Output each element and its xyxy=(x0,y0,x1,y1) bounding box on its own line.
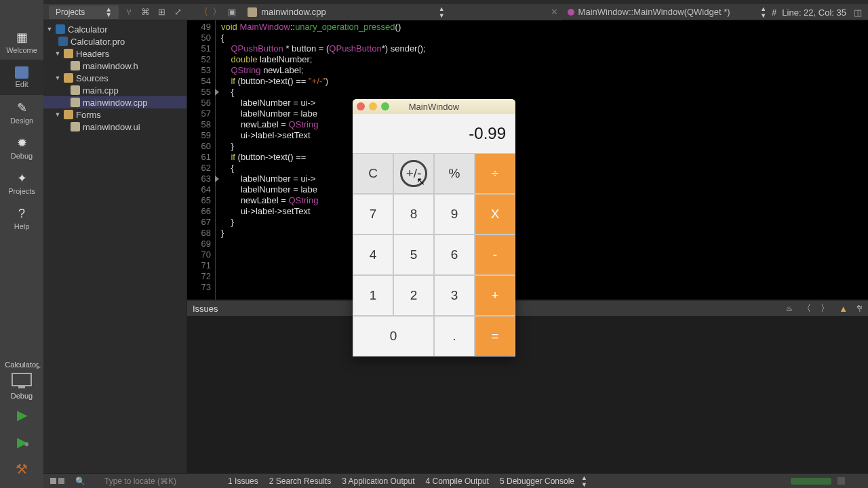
calc-key-[interactable]: % xyxy=(434,153,475,194)
nav-forward-icon[interactable]: 〉 xyxy=(212,6,222,18)
nav-back-icon[interactable]: 〈 xyxy=(199,6,208,18)
mode-welcome[interactable]: ▦Welcome xyxy=(0,24,43,60)
issues-pane-body xyxy=(187,316,868,474)
tree-sources-folder[interactable]: ▼Sources xyxy=(43,72,186,84)
build-progress xyxy=(791,478,831,485)
calc-key-[interactable]: + xyxy=(475,275,515,316)
open-file-name: mainwindow.cpp xyxy=(261,7,326,17)
calc-key-0[interactable]: 0 xyxy=(353,316,434,357)
output-tab[interactable]: 2 Search Results xyxy=(269,476,331,486)
calc-key-5[interactable]: 5 xyxy=(393,235,434,275)
dropdown-arrows-icon: ▲▼ xyxy=(439,5,445,19)
mode-projects[interactable]: ✦Projects xyxy=(0,165,43,201)
calc-key-9[interactable]: 9 xyxy=(434,194,475,235)
output-tab[interactable]: 1 Issues xyxy=(228,476,258,486)
tree-file[interactable]: mainwindow.h xyxy=(43,60,186,72)
output-tab[interactable]: 5 Debugger Console xyxy=(500,476,574,486)
search-locate-icon[interactable]: 🔍 xyxy=(75,476,85,486)
kit-selector[interactable]: Calculator ▶ Debug xyxy=(0,361,43,400)
calculator-title: MainWindow xyxy=(353,102,515,112)
bookmark-icon[interactable]: ▣ xyxy=(226,6,238,18)
filter-columns-icon[interactable]: ♨ xyxy=(786,304,793,313)
tree-headers-folder[interactable]: ▼Headers xyxy=(43,47,186,60)
calc-key-[interactable]: = xyxy=(475,316,515,357)
line-col-jump-icon[interactable]: # xyxy=(772,7,776,18)
cpp-file-icon xyxy=(248,7,257,17)
method-icon xyxy=(568,9,574,16)
code-content[interactable]: void MainWindow::unary_operation_pressed… xyxy=(221,22,868,239)
run-debug-icon[interactable]: ▶✹ xyxy=(17,434,27,450)
calc-key-1[interactable]: 1 xyxy=(353,275,393,316)
output-toggle-icon[interactable] xyxy=(50,478,64,484)
next-issue-icon[interactable]: 〉 xyxy=(821,302,829,314)
output-tab[interactable]: 4 Compile Output xyxy=(426,476,489,486)
projects-icon: ✦ xyxy=(17,171,27,186)
tree-forms-folder[interactable]: ▼Forms xyxy=(43,108,186,121)
debug-icon: ✹ xyxy=(17,136,27,150)
press-ring-icon xyxy=(400,160,427,187)
prev-issue-icon[interactable]: 〈 xyxy=(802,302,811,314)
calc-key-[interactable]: - xyxy=(475,235,515,275)
tree-file[interactable]: main.cpp xyxy=(43,84,186,96)
tree-root[interactable]: ▼Calculator xyxy=(43,23,186,35)
mode-debug[interactable]: ✹Debug xyxy=(0,130,43,165)
calculator-titlebar[interactable]: MainWindow xyxy=(353,99,515,114)
desktop-target-icon xyxy=(12,373,32,386)
mode-help[interactable]: ?Help xyxy=(0,201,43,236)
disclosure-open-icon: ▼ xyxy=(54,50,61,57)
mode-design[interactable]: ✎Design xyxy=(0,95,43,130)
link-icon[interactable]: ⌘ xyxy=(139,6,151,18)
project-tree: ▼Calculator Calculator.pro ▼Headers main… xyxy=(43,20,187,474)
calc-key-[interactable]: ÷ xyxy=(475,153,515,194)
locator-input[interactable]: Type to locate (⌘K) xyxy=(104,476,176,486)
issues-title: Issues xyxy=(193,304,218,314)
calculator-window: MainWindow -0.99 C+/-%÷789X456-123+0.= xyxy=(353,99,515,357)
calc-key-x[interactable]: X xyxy=(475,194,515,235)
mode-sidebar: ▦Welcome Edit ✎Design ✹Debug ✦Projects ?… xyxy=(0,0,43,488)
calc-key-4[interactable]: 4 xyxy=(353,235,393,275)
add-split-icon[interactable]: ⊞ xyxy=(155,6,167,18)
disclosure-open-icon: ▼ xyxy=(54,75,61,81)
filter-icon[interactable]: ⑂ xyxy=(123,6,135,18)
fold-marker-icon[interactable] xyxy=(215,89,219,96)
dropdown-arrows-icon: ▲▼ xyxy=(105,7,112,18)
tree-file[interactable]: mainwindow.ui xyxy=(43,121,186,133)
tree-file-active[interactable]: mainwindow.cpp xyxy=(43,96,186,108)
expand-icon[interactable]: ⤢ xyxy=(172,6,184,18)
calc-key-[interactable]: +/- xyxy=(393,153,434,194)
build-icon[interactable]: ⚒ xyxy=(16,461,28,477)
cpp-file-icon xyxy=(71,85,80,95)
calc-key-[interactable]: . xyxy=(434,316,475,357)
calc-key-6[interactable]: 6 xyxy=(434,235,475,275)
calculator-display: -0.99 xyxy=(353,114,515,153)
welcome-icon: ▦ xyxy=(16,30,28,45)
stop-icon[interactable] xyxy=(837,477,845,485)
folder-icon xyxy=(64,73,73,83)
tree-pro-file[interactable]: Calculator.pro xyxy=(43,35,186,47)
symbol-selector[interactable]: MainWindow::MainWindow(QWidget *) xyxy=(568,7,730,17)
run-icon[interactable]: ▶ xyxy=(17,407,27,423)
bottom-bar: 🔍 Type to locate (⌘K) 1 Issues2 Search R… xyxy=(43,473,868,488)
split-right-icon[interactable]: ◫ xyxy=(852,6,864,18)
calc-key-7[interactable]: 7 xyxy=(353,194,393,235)
open-file-selector[interactable]: mainwindow.cpp ▲▼ ✕ xyxy=(243,4,561,20)
help-icon: ? xyxy=(18,207,25,221)
close-file-icon[interactable]: ✕ xyxy=(551,7,558,17)
issues-pane-header: Issues ♨ 〈 〉 ▲ ⑂ ⌃ xyxy=(187,301,868,316)
fold-marker-icon[interactable] xyxy=(215,176,219,182)
calc-key-8[interactable]: 8 xyxy=(393,194,434,235)
project-selector[interactable]: Projects ▲▼ xyxy=(49,5,119,19)
disclosure-open-icon: ▼ xyxy=(46,26,53,33)
cursor-position: Line: 22, Col: 35 xyxy=(782,7,846,18)
code-editor[interactable]: 4950515253545556575859606162636465666768… xyxy=(187,20,868,300)
calc-key-3[interactable]: 3 xyxy=(434,275,475,316)
output-tab[interactable]: 3 Application Output xyxy=(342,476,414,486)
mode-edit[interactable]: Edit xyxy=(0,60,43,95)
calc-key-2[interactable]: 2 xyxy=(393,275,434,316)
calc-key-c[interactable]: C xyxy=(353,153,393,194)
design-icon: ✎ xyxy=(17,100,27,115)
collapse-pane-icon[interactable]: ⌃ xyxy=(855,304,863,314)
warning-icon[interactable]: ▲ xyxy=(839,304,848,314)
cpp-file-icon xyxy=(71,98,80,107)
top-toolbar: Projects ▲▼ ⑂ ⌘ ⊞ ⤢ 〈 〉 ▣ mainwindow.cpp… xyxy=(0,4,868,20)
